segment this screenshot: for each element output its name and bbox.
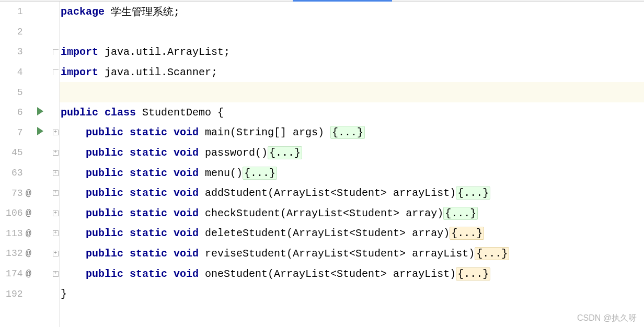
editor-area: 1234567456373@106@113@132@174@192 ++++++… — [0, 2, 644, 327]
indent — [61, 268, 86, 280]
folded-region[interactable]: {...} — [243, 167, 277, 180]
expand-icon[interactable]: + — [53, 190, 59, 196]
watermark: CSDN @执久呀 — [577, 313, 637, 324]
code-line[interactable]: public static void reviseStudent(ArrayLi… — [60, 243, 644, 264]
collapse-icon[interactable] — [53, 49, 59, 55]
keyword: package — [61, 6, 111, 18]
code-line[interactable]: import java.util.Scanner; — [60, 62, 644, 83]
code-line[interactable]: public static void main(String[] args) {… — [60, 123, 644, 143]
expand-icon[interactable]: + — [53, 150, 59, 156]
override-annotation: @ — [23, 188, 34, 198]
keyword: import — [61, 46, 105, 58]
fold-row[interactable]: + — [51, 264, 60, 284]
folded-region-modified[interactable]: {...} — [475, 247, 509, 260]
code-text: oneStudent(ArrayList<Student> arrayList) — [205, 268, 456, 280]
code-line[interactable]: public class StudentDemo { — [60, 102, 644, 123]
indent — [61, 227, 86, 239]
folded-region-modified[interactable]: {...} — [450, 227, 484, 240]
fold-row[interactable] — [51, 62, 60, 83]
keyword: public static void — [86, 207, 205, 219]
code-line[interactable]: public static void menu(){...} — [60, 163, 644, 183]
line-number: 5 — [0, 87, 23, 98]
fold-row[interactable]: + — [51, 183, 60, 203]
fold-row[interactable]: + — [51, 163, 60, 183]
code-line[interactable]: public static void addStudent(ArrayList<… — [60, 183, 644, 203]
code-editor[interactable]: package 学生管理系统;import java.util.ArrayLis… — [60, 2, 644, 327]
folded-region[interactable]: {...} — [456, 186, 490, 200]
gutter-row[interactable]: 2 — [0, 22, 47, 42]
code-line[interactable] — [60, 82, 644, 102]
code-text: java.util.ArrayList; — [105, 46, 230, 58]
gutter-row[interactable]: 3 — [0, 42, 47, 62]
keyword: public static void — [86, 147, 205, 159]
gutter-row[interactable]: 113@ — [0, 224, 47, 244]
gutter-row[interactable]: 192 — [0, 284, 47, 304]
line-number: 7 — [0, 127, 23, 138]
gutter-row[interactable]: 1 — [0, 2, 47, 22]
code-line[interactable]: public static void oneStudent(ArrayList<… — [60, 264, 644, 284]
fold-row[interactable]: + — [51, 143, 60, 163]
expand-icon[interactable]: + — [53, 230, 59, 236]
code-text: reviseStudent(ArrayList<Student> arrayLi… — [205, 248, 475, 260]
fold-row — [51, 102, 60, 123]
fold-row[interactable] — [51, 42, 60, 62]
run-gutter-icon[interactable] — [34, 127, 47, 138]
collapse-icon[interactable] — [53, 69, 59, 75]
fold-row[interactable]: + — [51, 243, 60, 264]
gutter-row[interactable]: 132@ — [0, 243, 47, 264]
gutter-row[interactable]: 4 — [0, 62, 47, 83]
gutter-row[interactable]: 7 — [0, 123, 47, 143]
keyword: public static void — [86, 227, 205, 239]
line-number: 45 — [0, 147, 23, 158]
line-number: 73 — [0, 188, 23, 198]
line-number: 106 — [0, 208, 23, 218]
gutter-row[interactable]: 106@ — [0, 203, 47, 224]
code-line[interactable]: public static void checkStudent(ArrayLis… — [60, 203, 644, 224]
keyword: public static void — [86, 268, 205, 280]
code-line[interactable]: package 学生管理系统; — [60, 2, 644, 22]
code-text: } — [61, 288, 67, 300]
override-annotation: @ — [23, 228, 34, 239]
gutter-row[interactable]: 45 — [0, 143, 47, 163]
run-gutter-icon[interactable] — [34, 107, 47, 118]
code-text: deleteStudent(ArrayList<Student> array) — [205, 227, 450, 239]
code-text: java.util.Scanner; — [105, 66, 217, 78]
override-annotation: @ — [23, 268, 34, 279]
indent — [61, 187, 86, 199]
fold-row[interactable]: + — [51, 123, 60, 143]
gutter-row[interactable]: 5 — [0, 82, 47, 102]
line-number: 1 — [0, 6, 23, 17]
line-number: 192 — [0, 289, 23, 299]
fold-row[interactable]: + — [51, 224, 60, 244]
fold-row — [51, 284, 60, 304]
folded-region[interactable]: {...} — [443, 207, 478, 220]
code-line[interactable]: } — [60, 284, 644, 304]
folded-region[interactable]: {...} — [330, 126, 365, 139]
gutter-row[interactable]: 6 — [0, 102, 47, 123]
gutter[interactable]: 1234567456373@106@113@132@174@192 — [0, 2, 51, 327]
code-line[interactable]: public static void deleteStudent(ArrayLi… — [60, 224, 644, 244]
expand-icon[interactable]: + — [53, 251, 59, 256]
code-line[interactable]: import java.util.ArrayList; — [60, 42, 644, 62]
line-number: 2 — [0, 27, 23, 37]
expand-icon[interactable]: + — [53, 211, 59, 216]
play-icon — [37, 107, 43, 115]
code-text: menu() — [205, 167, 243, 179]
fold-row — [51, 82, 60, 102]
gutter-row[interactable]: 73@ — [0, 183, 47, 203]
gutter-row[interactable]: 174@ — [0, 264, 47, 284]
line-number: 132 — [0, 248, 23, 259]
override-annotation: @ — [23, 208, 34, 218]
code-line[interactable] — [60, 22, 644, 42]
expand-icon[interactable]: + — [53, 130, 59, 135]
folded-region-modified[interactable]: {...} — [456, 267, 490, 281]
indent — [61, 248, 86, 260]
expand-icon[interactable]: + — [53, 271, 59, 277]
gutter-row[interactable]: 63 — [0, 163, 47, 183]
expand-icon[interactable]: + — [53, 170, 59, 176]
fold-row[interactable]: + — [51, 203, 60, 224]
code-line[interactable]: public static void password(){...} — [60, 143, 644, 163]
fold-column[interactable]: ++++++++ — [51, 2, 60, 327]
folded-region[interactable]: {...} — [268, 146, 302, 159]
line-number: 63 — [0, 168, 23, 178]
